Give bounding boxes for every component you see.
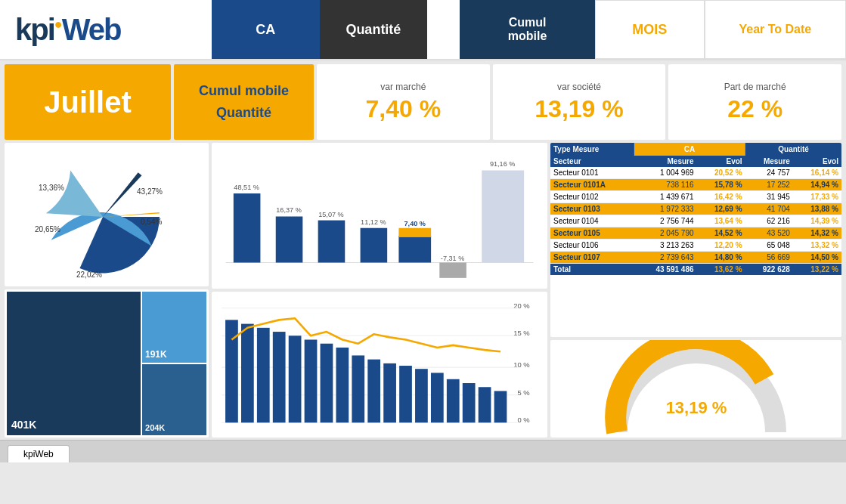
svg-text:43,27%: 43,27% bbox=[137, 187, 163, 196]
treemap-cell-401k: 401K bbox=[7, 292, 141, 435]
nav-tab-spacer bbox=[427, 0, 460, 59]
svg-text:13,36%: 13,36% bbox=[39, 184, 64, 192]
table-row: Secteur 0101 1 004 969 20,52 % 24 757 16… bbox=[550, 167, 841, 179]
svg-rect-15 bbox=[398, 228, 431, 237]
svg-rect-45 bbox=[447, 379, 460, 423]
bottom-bar: kpiWeb bbox=[0, 440, 846, 462]
table-row: Secteur 0103 1 972 333 12,69 % 41 704 13… bbox=[550, 203, 841, 215]
summary-card-part-value: 22 % bbox=[727, 95, 782, 123]
svg-text:0 %: 0 % bbox=[517, 416, 530, 424]
svg-text:-7,31 %: -7,31 % bbox=[441, 255, 464, 262]
tab-kpiweb[interactable]: kpiWeb bbox=[8, 445, 70, 462]
nav-tab-quantite[interactable]: Quantité bbox=[320, 0, 428, 59]
line-chart: 20 % 15 % 10 % 5 % 0 % bbox=[216, 296, 543, 434]
table-row: Secteur 0106 3 213 263 12,20 % 65 048 13… bbox=[550, 240, 841, 252]
summary-card-societe-label: var société bbox=[557, 82, 601, 92]
svg-text:13,19 %: 13,19 % bbox=[665, 398, 727, 417]
right-panel: Type Mesure CA Quantité Secteur Mesure E… bbox=[550, 143, 841, 438]
svg-text:22,02%: 22,02% bbox=[76, 271, 102, 279]
svg-rect-40 bbox=[367, 360, 380, 423]
pie-chart-box: 43,27% 0,54% 13,36% 20,65% 22,02% bbox=[5, 143, 209, 286]
summary-card-societe-value: 13,19 % bbox=[535, 95, 623, 123]
summary-card-marche: var marché 7,40 % bbox=[317, 64, 490, 140]
svg-text:20,65%: 20,65% bbox=[35, 225, 60, 233]
table-row: Secteur 0105 2 045 790 14,52 % 43 520 14… bbox=[550, 227, 841, 240]
svg-rect-41 bbox=[383, 363, 396, 422]
svg-rect-48 bbox=[494, 391, 507, 422]
svg-rect-12 bbox=[361, 228, 388, 263]
svg-rect-42 bbox=[399, 366, 412, 422]
left-panel: 43,27% 0,54% 13,36% 20,65% 22,02% 401K 1… bbox=[5, 143, 209, 438]
logo: kpi●Web bbox=[15, 13, 120, 47]
summary-card-marche-value: 7,40 % bbox=[366, 95, 442, 123]
svg-text:15,07 %: 15,07 % bbox=[318, 211, 343, 218]
summary-label: Cumul mobile Quantité bbox=[174, 64, 314, 140]
svg-text:91,16 %: 91,16 % bbox=[490, 160, 515, 168]
pie-chart: 43,27% 0,54% 13,36% 20,65% 22,02% bbox=[31, 145, 182, 285]
table-header-row2: Secteur Mesure Evol Mesure Evol bbox=[550, 156, 841, 167]
table-row: Secteur 0101A 738 116 15,78 % 17 252 14,… bbox=[550, 179, 841, 191]
table-row: Secteur 0104 2 756 744 13,64 % 62 216 14… bbox=[550, 215, 841, 227]
svg-text:0,54%: 0,54% bbox=[141, 218, 162, 226]
svg-rect-32 bbox=[241, 324, 254, 423]
svg-rect-8 bbox=[276, 217, 303, 263]
svg-rect-47 bbox=[479, 387, 491, 422]
summary-row: Juillet Cumul mobile Quantité var marché… bbox=[5, 64, 841, 140]
svg-rect-37 bbox=[321, 344, 333, 423]
svg-rect-19 bbox=[482, 171, 524, 263]
line-chart-box: 20 % 15 % 10 % 5 % 0 % bbox=[212, 292, 547, 438]
treemap-cell-204k: 204K bbox=[142, 364, 206, 435]
table-header-row1: Type Mesure CA Quantité bbox=[550, 143, 841, 156]
summary-month: Juillet bbox=[5, 64, 171, 140]
svg-rect-33 bbox=[257, 328, 270, 422]
svg-rect-46 bbox=[463, 383, 476, 422]
svg-text:16,37 %: 16,37 % bbox=[276, 206, 301, 214]
svg-rect-44 bbox=[431, 373, 444, 422]
mid-panel: 48,51 % 16,37 % 15,07 % 11,12 % 7,40 % -… bbox=[212, 143, 547, 438]
table-total-row: Total 43 591 486 13,62 % 922 628 13,22 % bbox=[550, 264, 841, 276]
svg-rect-14 bbox=[398, 236, 431, 263]
summary-card-societe: var société 13,19 % bbox=[493, 64, 666, 140]
treemap-box: 401K 191K 204K bbox=[5, 289, 209, 438]
gauge-box: 13,19 % -20,00 % 20,00 % bbox=[550, 340, 841, 438]
svg-rect-10 bbox=[318, 221, 346, 263]
svg-text:48,51 %: 48,51 % bbox=[234, 184, 259, 191]
svg-text:5 %: 5 % bbox=[517, 388, 530, 397]
summary-card-marche-label: var marché bbox=[380, 82, 426, 92]
svg-text:11,12 %: 11,12 % bbox=[361, 218, 386, 226]
gauge-chart: 13,19 % -20,00 % 20,00 % bbox=[598, 340, 795, 438]
nav-tab-ca[interactable]: CA bbox=[212, 0, 320, 59]
main-content: 43,27% 0,54% 13,36% 20,65% 22,02% 401K 1… bbox=[5, 143, 841, 438]
table-row: Secteur 0107 2 739 643 14,80 % 56 669 14… bbox=[550, 252, 841, 264]
svg-rect-6 bbox=[234, 193, 261, 263]
waterfall-box: 48,51 % 16,37 % 15,07 % 11,12 % 7,40 % -… bbox=[212, 143, 547, 289]
nav-tab-ytd[interactable]: Year To Date bbox=[705, 0, 846, 59]
table-row: Secteur 0102 1 439 671 16,42 % 31 945 17… bbox=[550, 191, 841, 203]
logo-area: kpi●Web bbox=[0, 0, 212, 59]
nav-tab-cumul[interactable]: Cumulmobile bbox=[460, 0, 595, 59]
waterfall-chart: 48,51 % 16,37 % 15,07 % 11,12 % 7,40 % -… bbox=[219, 147, 540, 286]
svg-rect-36 bbox=[305, 340, 318, 423]
header: kpi●Web CA Quantité Cumulmobile MOIS Yea… bbox=[0, 0, 846, 60]
summary-card-part: Part de marché 22 % bbox=[668, 64, 841, 140]
summary-card-part-label: Part de marché bbox=[724, 82, 786, 92]
nav-bar: CA Quantité Cumulmobile MOIS Year To Dat… bbox=[212, 0, 846, 59]
svg-rect-34 bbox=[273, 332, 286, 422]
svg-text:7,40 %: 7,40 % bbox=[404, 220, 426, 227]
table-box: Type Mesure CA Quantité Secteur Mesure E… bbox=[550, 143, 841, 337]
svg-rect-35 bbox=[289, 335, 302, 422]
nav-tab-mois[interactable]: MOIS bbox=[595, 0, 705, 59]
treemap-cell-191k: 191K bbox=[142, 292, 206, 363]
svg-rect-17 bbox=[439, 263, 466, 278]
svg-rect-39 bbox=[352, 355, 364, 422]
svg-rect-43 bbox=[415, 369, 428, 422]
data-table: Type Mesure CA Quantité Secteur Mesure E… bbox=[550, 143, 841, 275]
svg-rect-38 bbox=[336, 348, 349, 422]
